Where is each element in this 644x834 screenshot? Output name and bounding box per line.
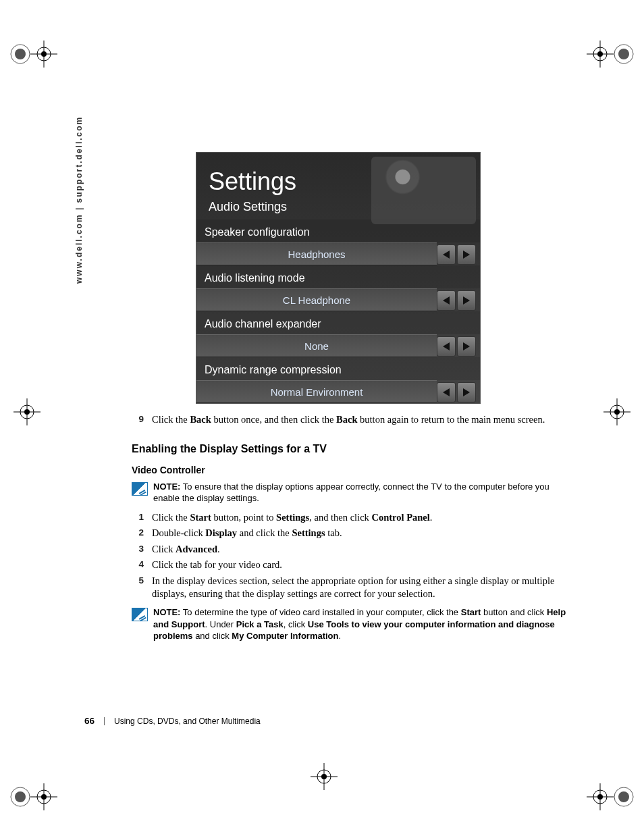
svg-point-15: [24, 409, 30, 415]
step-number: 4: [132, 558, 144, 572]
crop-mark-icon: [583, 756, 637, 810]
step-number: 1: [132, 511, 144, 525]
setting-label: Dynamic range compression: [196, 357, 480, 380]
chapter-title: Using CDs, DVDs, and Other Multimedia: [114, 716, 261, 726]
crop-mark-icon: [7, 756, 61, 810]
svg-point-7: [618, 49, 629, 59]
setting-row-listening: CL Headphone: [196, 288, 480, 311]
setting-row-speaker: Headphones: [196, 242, 480, 265]
arrow-left-icon[interactable]: [437, 290, 456, 311]
note-icon: [132, 482, 148, 496]
arrow-left-icon[interactable]: [437, 382, 456, 402]
svg-point-19: [614, 409, 620, 415]
setting-row-compression: Normal Environment: [196, 380, 480, 403]
step-2: 2 Double-click Display and click the Set…: [132, 527, 577, 540]
step-5: 5 In the display devices section, select…: [132, 575, 577, 601]
arrow-right-icon[interactable]: [457, 290, 476, 311]
svg-point-21: [15, 791, 26, 802]
step-number: 5: [132, 575, 144, 601]
svg-marker-40: [443, 342, 450, 350]
arrow-right-icon[interactable]: [457, 244, 476, 265]
setting-value: CL Headphone: [196, 288, 437, 311]
svg-marker-42: [443, 388, 450, 396]
svg-point-25: [41, 794, 47, 800]
settings-panel: Settings Audio Settings Speaker configur…: [196, 152, 481, 404]
setting-value: None: [196, 334, 437, 357]
note-block: NOTE: To ensure that the display options…: [132, 481, 577, 504]
setting-value: Normal Environment: [196, 380, 437, 403]
crop-mark-icon: [7, 398, 47, 425]
svg-point-5: [41, 51, 47, 57]
sub-heading: Video Controller: [132, 465, 577, 475]
note-block: NOTE: To determine the type of video car…: [132, 606, 577, 642]
svg-point-11: [597, 51, 603, 57]
svg-point-1: [15, 49, 26, 59]
svg-marker-41: [463, 342, 470, 350]
step-1: 1 Click the Start button, point to Setti…: [132, 511, 577, 525]
svg-point-35: [597, 794, 603, 800]
setting-label: Audio channel expander: [196, 311, 480, 334]
section-heading: Enabling the Display Settings for a TV: [132, 443, 577, 455]
page-number: 66: [84, 716, 95, 726]
step-3: 3 Click Advanced.: [132, 543, 577, 556]
note-icon: [132, 608, 148, 621]
svg-marker-38: [443, 296, 450, 305]
arrow-left-icon[interactable]: [437, 336, 456, 357]
side-url: www.dell.com | support.dell.com: [74, 116, 84, 284]
arrow-left-icon[interactable]: [437, 244, 456, 265]
svg-point-31: [618, 791, 629, 802]
crop-mark-icon: [7, 41, 61, 95]
svg-marker-39: [463, 296, 470, 305]
step-4: 4 Click the tab for your video card.: [132, 558, 577, 572]
setting-row-expander: None: [196, 334, 480, 357]
arrow-right-icon[interactable]: [457, 336, 476, 357]
step-number: 9: [132, 413, 144, 427]
setting-label: Audio listening mode: [196, 265, 480, 288]
svg-marker-37: [463, 251, 470, 259]
page-footer: 66 Using CDs, DVDs, and Other Multimedia: [84, 716, 261, 726]
arrow-right-icon[interactable]: [457, 382, 476, 402]
footer-divider: [104, 717, 105, 725]
svg-point-29: [321, 774, 327, 779]
setting-value: Headphones: [196, 242, 437, 265]
step-9: 9 Click the Back button once, and then c…: [132, 413, 577, 427]
crop-mark-icon: [297, 763, 351, 797]
svg-marker-36: [443, 251, 450, 259]
crop-mark-icon: [597, 398, 637, 425]
step-number: 3: [132, 543, 144, 556]
audio-knob-image: [371, 157, 476, 224]
svg-marker-43: [463, 388, 470, 396]
crop-mark-icon: [583, 41, 637, 95]
step-number: 2: [132, 527, 144, 540]
